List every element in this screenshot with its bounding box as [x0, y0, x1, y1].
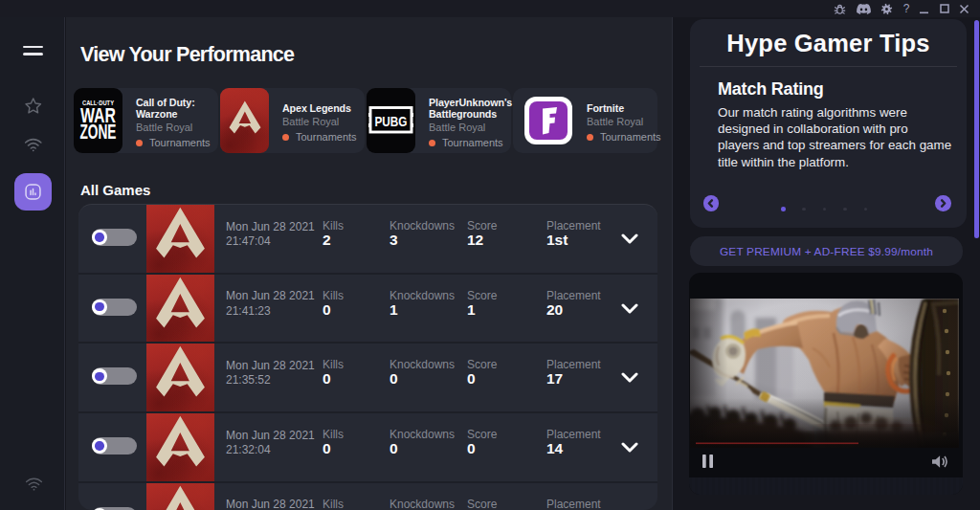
svg-text:ZONE: ZONE — [80, 120, 117, 144]
svg-text:PUBG: PUBG — [375, 113, 408, 129]
